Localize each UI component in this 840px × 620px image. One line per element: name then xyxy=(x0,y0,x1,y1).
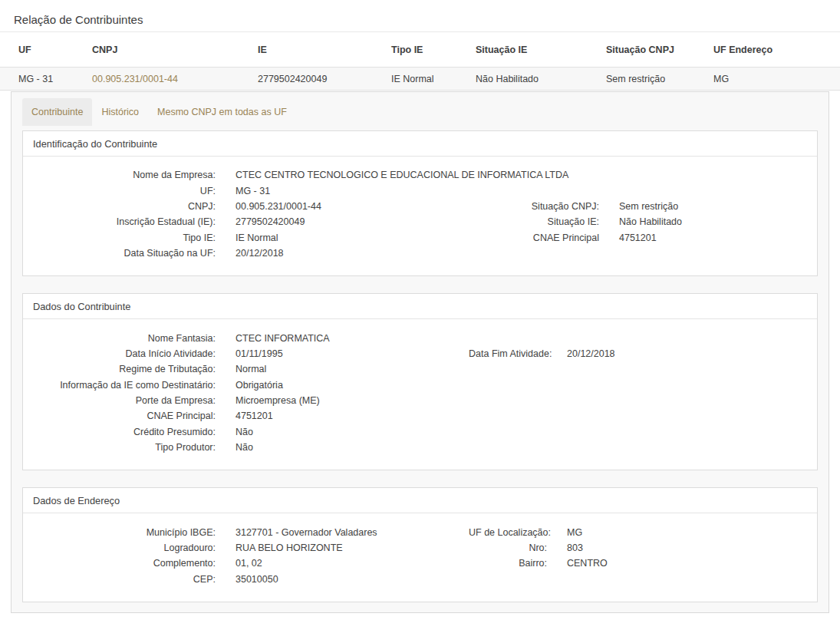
form-row: UF:MG - 31 xyxy=(23,183,817,198)
field-value: Obrigatória xyxy=(216,380,817,391)
cnpj-link[interactable]: 00.905.231/0001-44 xyxy=(92,74,258,84)
form-row: Inscrição Estadual (IE):2779502420049Sit… xyxy=(23,214,817,229)
field-value: 4751201 xyxy=(599,232,817,243)
fieldset-title: Dados do Contribuinte xyxy=(23,294,817,319)
field-label: Crédito Presumido: xyxy=(23,427,216,437)
field-value: 01, 02 xyxy=(216,558,469,569)
fieldset-title: Identificação do Contribuinte xyxy=(23,131,817,157)
form-row: Logradouro:RUA BELO HORIZONTENro:803 xyxy=(23,540,817,556)
fieldset-dados-de-endereco: Dados de Endereço Município IBGE:3127701… xyxy=(22,487,818,602)
field-value: Normal xyxy=(216,364,817,374)
form-row: Data Início Atividade:01/11/1995Data Fim… xyxy=(23,346,817,361)
field-value: CTEC CENTRO TECNOLOGICO E EDUCACIONAL DE… xyxy=(216,170,817,180)
field-value: Não xyxy=(216,427,817,437)
field-value: CTEC INFORMATICA xyxy=(216,333,817,344)
field-value: 01/11/1995 xyxy=(216,348,469,359)
section-rows: Município IBGE:3127701 - Governador Vala… xyxy=(23,513,817,602)
field-label: Nome da Empresa: xyxy=(23,170,216,180)
field-label: Informação da IE como Destinatário: xyxy=(23,380,216,391)
field-label: Data Fim Atividade: xyxy=(469,348,547,359)
cell-uf-endereco: MG xyxy=(713,74,840,84)
tab-contribuinte[interactable]: Contribuinte xyxy=(22,98,92,126)
field-label: Situação IE: xyxy=(469,216,599,227)
field-label: Data Situação na UF: xyxy=(23,248,216,259)
form-row: Nome Fantasia:CTEC INFORMATICA xyxy=(23,330,817,345)
field-label: Bairro: xyxy=(469,558,547,569)
cell-situacao-cnpj: Sem restrição xyxy=(606,74,713,84)
form-row: Informação da IE como Destinatário:Obrig… xyxy=(23,378,817,393)
fieldset-dados-do-contribuinte: Dados do Contribuinte Nome Fantasia:CTEC… xyxy=(22,293,818,470)
field-label: Data Início Atividade: xyxy=(23,348,216,359)
field-value: 803 xyxy=(547,542,817,553)
fieldset-title: Dados de Endereço xyxy=(23,488,817,513)
cell-tipo-ie: IE Normal xyxy=(391,74,476,84)
column-header-ie: IE xyxy=(258,45,391,55)
field-value: 20/12/2018 xyxy=(216,248,817,259)
field-value: RUA BELO HORIZONTE xyxy=(216,542,469,553)
form-row: Nome da Empresa:CTEC CENTRO TECNOLOGICO … xyxy=(23,167,817,183)
field-label: Inscrição Estadual (IE): xyxy=(23,216,216,227)
form-row: Regime de Tributação:Normal xyxy=(23,361,817,377)
tab-mesmo-cnpj-em-todas-as-uf[interactable]: Mesmo CNPJ em todas as UF xyxy=(148,98,296,126)
column-header-tipo-ie: Tipo IE xyxy=(391,45,476,55)
field-label: Regime de Tributação: xyxy=(23,364,216,374)
field-label: Nome Fantasia: xyxy=(23,333,216,344)
field-value: 2779502420049 xyxy=(216,216,469,227)
cell-situacao-ie: Não Habilitado xyxy=(476,74,606,84)
column-header-situacao-cnpj: Situação CNPJ xyxy=(606,45,713,55)
field-label: Município IBGE: xyxy=(23,527,216,538)
contribuinte-detail-panel: ContribuinteHistóricoMesmo CNPJ em todas… xyxy=(11,91,829,613)
form-row: Tipo IE:IE NormalCNAE Principal4751201 xyxy=(23,230,817,246)
form-row: Crédito Presumido:Não xyxy=(23,424,817,440)
field-label: UF: xyxy=(23,186,216,196)
field-label: CNPJ: xyxy=(23,201,216,212)
cell-ie: 2779502420049 xyxy=(258,74,391,84)
field-label: CNAE Principal xyxy=(469,232,599,243)
form-row: Complemento:01, 02Bairro:CENTRO xyxy=(23,556,817,571)
field-label: Porte da Empresa: xyxy=(23,395,216,406)
form-row: Data Situação na UF:20/12/2018 xyxy=(23,246,817,261)
field-value: MG - 31 xyxy=(216,186,817,196)
field-label: Situação CNPJ: xyxy=(469,201,599,212)
field-value: CENTRO xyxy=(547,558,817,569)
field-value: MG xyxy=(547,527,817,538)
tab-bar: ContribuinteHistóricoMesmo CNPJ em todas… xyxy=(22,98,818,126)
field-value: 4751201 xyxy=(216,411,817,421)
field-label: Tipo IE: xyxy=(23,232,216,243)
column-header-uf: UF xyxy=(18,45,92,55)
column-header-situacao-ie: Situação IE xyxy=(476,45,606,55)
contribuintes-table: UF CNPJ IE Tipo IE Situação IE Situação … xyxy=(0,31,840,91)
field-value: Não xyxy=(216,442,817,453)
field-label: Tipo Produtor: xyxy=(23,442,216,453)
form-row: CNAE Principal:4751201 xyxy=(23,408,817,424)
field-label: CNAE Principal: xyxy=(23,411,216,421)
field-value: Sem restrição xyxy=(599,201,817,212)
field-value: 3127701 - Governador Valadares xyxy=(216,527,469,538)
column-header-uf-endereco: UF Endereço xyxy=(713,45,840,55)
form-row: CNPJ:00.905.231/0001-44Situação CNPJ:Sem… xyxy=(23,199,817,214)
field-value: Não Habilitado xyxy=(599,216,817,227)
section-rows: Nome Fantasia:CTEC INFORMATICAData Iníci… xyxy=(23,319,817,470)
section-rows: Nome da Empresa:CTEC CENTRO TECNOLOGICO … xyxy=(23,157,817,275)
sections: Identificação do Contribuinte Nome da Em… xyxy=(12,130,828,602)
tab-historico[interactable]: Histórico xyxy=(92,98,148,126)
page-title: Relação de Contribuintes xyxy=(0,0,840,31)
form-row: CEP:35010050 xyxy=(23,572,817,587)
form-row: Município IBGE:3127701 - Governador Vala… xyxy=(23,524,817,539)
field-value: Microempresa (ME) xyxy=(216,395,817,406)
field-label: Nro: xyxy=(469,542,547,553)
column-header-cnpj: CNPJ xyxy=(92,45,258,55)
field-value: 20/12/2018 xyxy=(547,348,817,359)
field-value: 35010050 xyxy=(216,574,817,585)
field-label: UF de Localização: xyxy=(469,527,547,538)
cell-uf: MG - 31 xyxy=(18,74,92,84)
field-label: CEP: xyxy=(23,574,216,585)
field-label: Logradouro: xyxy=(23,542,216,553)
form-row: Porte da Empresa:Microempresa (ME) xyxy=(23,393,817,408)
table-header-row: UF CNPJ IE Tipo IE Situação IE Situação … xyxy=(0,31,840,68)
table-row[interactable]: MG - 31 00.905.231/0001-44 2779502420049… xyxy=(0,68,840,91)
field-label: Complemento: xyxy=(23,558,216,569)
field-value: IE Normal xyxy=(216,232,469,243)
field-value: 00.905.231/0001-44 xyxy=(216,201,469,212)
form-row: Tipo Produtor:Não xyxy=(23,440,817,455)
